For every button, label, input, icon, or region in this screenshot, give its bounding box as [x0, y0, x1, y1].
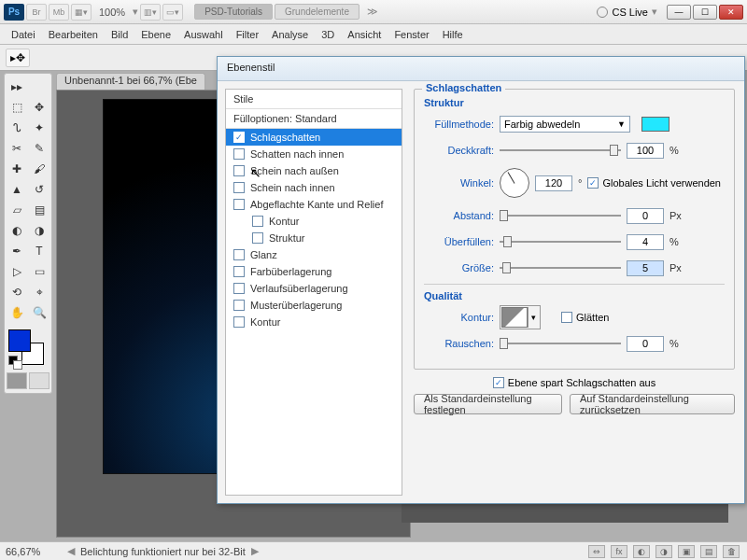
style-item-3[interactable]: Schein nach innen	[226, 179, 402, 196]
ebene-spart-checkbox[interactable]: Ebene spart Schlagschatten aus	[493, 377, 655, 388]
style-checkbox[interactable]	[233, 266, 245, 277]
mask-icon[interactable]: ◐	[633, 545, 650, 558]
adjustment-icon[interactable]: ◑	[655, 545, 672, 558]
marquee-tool[interactable]: ⬚	[7, 98, 27, 117]
gradient-tool[interactable]: ▤	[29, 201, 49, 219]
cslive-dropdown-icon[interactable]: ▾	[652, 6, 657, 18]
screenmode-icon[interactable]: ▭▾	[162, 4, 183, 21]
reset-default-button[interactable]: Auf Standardeinstellung zurücksetzen	[570, 394, 735, 414]
style-checkbox[interactable]	[233, 182, 245, 193]
style-item-9[interactable]: Verlaufsüberlagerung	[226, 280, 402, 297]
style-checkbox[interactable]	[233, 300, 245, 311]
kontur-picker[interactable]: ▾	[500, 305, 541, 329]
zoom-level[interactable]: 100%	[99, 7, 125, 18]
fx-icon[interactable]: fx	[611, 545, 627, 558]
shape-tool[interactable]: ▭	[29, 262, 49, 281]
menu-bild[interactable]: Bild	[111, 29, 128, 40]
workspace-grundelemente[interactable]: Grundelemente	[275, 4, 359, 20]
history-brush-tool[interactable]: ↺	[29, 180, 49, 199]
glaetten-checkbox[interactable]: Glätten	[561, 312, 609, 323]
3d-tool[interactable]: ⟲	[7, 283, 27, 301]
bridge-icon[interactable]: Br	[26, 4, 47, 21]
workspace-more-icon[interactable]: ≫	[367, 6, 378, 18]
default-colors-icon[interactable]	[8, 356, 21, 369]
menu-bearbeiten[interactable]: Bearbeiten	[49, 29, 98, 40]
menu-datei[interactable]: Datei	[11, 29, 35, 40]
ueberfuellen-slider[interactable]	[500, 235, 621, 248]
move-tool-icon[interactable]: ▸✥	[6, 49, 30, 67]
style-checkbox[interactable]	[252, 232, 263, 244]
fill-options[interactable]: Fülloptionen: Standard	[226, 109, 402, 129]
lasso-tool[interactable]: ᔐ	[7, 119, 27, 137]
style-item-5[interactable]: Kontur	[226, 213, 402, 230]
style-checkbox[interactable]	[233, 316, 245, 328]
style-checkbox[interactable]	[252, 216, 263, 227]
groesse-slider[interactable]	[500, 261, 621, 274]
close-button[interactable]: ✕	[719, 5, 743, 20]
cslive-label[interactable]: CS Live	[612, 7, 648, 18]
menu-auswahl[interactable]: Auswahl	[184, 29, 223, 40]
style-item-11[interactable]: Kontur	[226, 314, 402, 330]
color-swatches[interactable]	[7, 328, 49, 369]
minibridge-icon[interactable]: Mb	[49, 4, 69, 21]
wand-tool[interactable]: ✦	[29, 119, 49, 137]
angle-dial[interactable]	[500, 168, 529, 198]
newlayer-icon[interactable]: ▤	[700, 545, 717, 558]
stamp-tool[interactable]: ▲	[7, 180, 27, 199]
style-checkbox[interactable]	[233, 148, 245, 160]
menu-ansicht[interactable]: Ansicht	[347, 29, 381, 40]
deckkraft-slider[interactable]	[500, 144, 621, 157]
menu-hilfe[interactable]: Hilfe	[443, 29, 463, 40]
eyedropper-tool[interactable]: ✎	[29, 139, 49, 158]
brush-tool[interactable]: 🖌	[29, 160, 49, 178]
menu-fenster[interactable]: Fenster	[394, 29, 429, 40]
abstand-slider[interactable]	[500, 209, 621, 222]
view-extras-icon[interactable]: ▦▾	[71, 4, 92, 21]
standard-mode-icon[interactable]	[7, 372, 27, 389]
hand-tool[interactable]: ✋	[7, 303, 27, 322]
style-item-10[interactable]: Musterüberlagerung	[226, 297, 402, 314]
type-tool[interactable]: T	[29, 242, 49, 260]
style-checkbox[interactable]	[233, 283, 245, 294]
style-item-0[interactable]: Schlagschatten	[226, 129, 402, 146]
expand-tools-icon[interactable]: ▸▸	[7, 77, 27, 96]
style-item-2[interactable]: Schein nach außen	[226, 162, 402, 179]
global-light-checkbox[interactable]: Globales Licht verwenden	[587, 177, 721, 189]
blur-tool[interactable]: ◐	[7, 221, 27, 240]
trash-icon[interactable]: 🗑	[723, 545, 740, 558]
style-checkbox[interactable]	[233, 199, 245, 210]
status-right-icon[interactable]: ▶	[251, 545, 259, 557]
link-icon[interactable]: ⇔	[588, 545, 605, 558]
minimize-button[interactable]: —	[667, 5, 691, 20]
arrange-icon[interactable]: ▥▾	[140, 4, 161, 21]
fuellmethode-dropdown[interactable]: Farbig abwedeln ▼	[500, 116, 630, 133]
crop-tool[interactable]: ✂	[7, 139, 27, 158]
workspace-psdtutorials[interactable]: PSD-Tutorials	[194, 4, 273, 20]
menu-analyse[interactable]: Analyse	[272, 29, 308, 40]
style-checkbox[interactable]	[233, 132, 245, 143]
menu-3d[interactable]: 3D	[321, 29, 334, 40]
menu-filter[interactable]: Filter	[236, 29, 259, 40]
camera-tool[interactable]: ⌖	[29, 283, 49, 301]
pen-tool[interactable]: ✒	[7, 242, 27, 260]
rauschen-slider[interactable]	[500, 337, 621, 350]
style-item-1[interactable]: Schatten nach innen	[226, 146, 402, 162]
status-left-icon[interactable]: ◀	[67, 545, 75, 557]
status-zoom[interactable]: 66,67%	[6, 546, 62, 557]
zoom-dropdown-icon[interactable]: ▾	[133, 6, 138, 18]
document-tab[interactable]: Unbenannt-1 bei 66,7% (Ebe	[56, 73, 205, 90]
style-item-7[interactable]: Glanz	[226, 246, 402, 263]
menu-ebene[interactable]: Ebene	[141, 29, 171, 40]
groesse-value[interactable]: 5	[627, 260, 664, 276]
winkel-value[interactable]: 120	[535, 175, 572, 191]
eraser-tool[interactable]: ▱	[7, 201, 27, 219]
dialog-title[interactable]: Ebenenstil	[218, 57, 744, 81]
abstand-value[interactable]: 0	[627, 208, 664, 224]
heal-tool[interactable]: ✚	[7, 160, 27, 178]
shadow-color-swatch[interactable]	[641, 117, 669, 132]
folder-icon[interactable]: ▣	[678, 545, 695, 558]
deckkraft-value[interactable]: 100	[627, 143, 664, 159]
style-checkbox[interactable]	[233, 249, 245, 260]
styles-header[interactable]: Stile	[226, 90, 402, 109]
rauschen-value[interactable]: 0	[627, 336, 664, 352]
